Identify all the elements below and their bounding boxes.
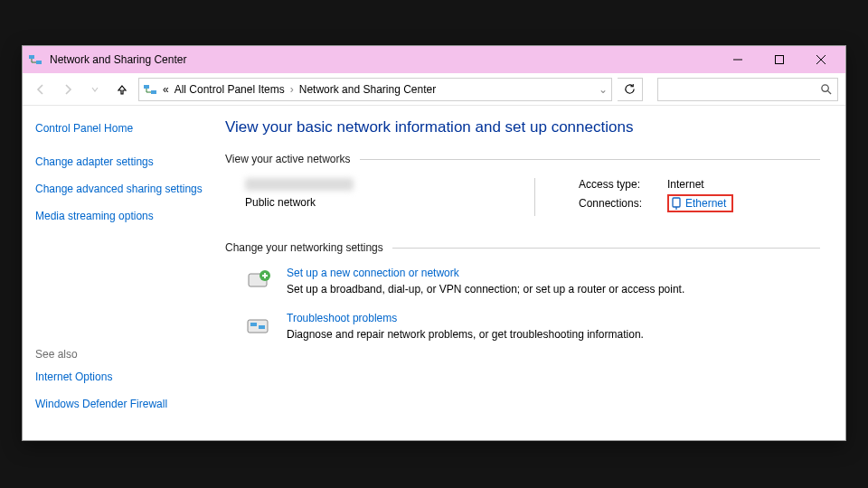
refresh-button[interactable] (618, 78, 643, 101)
ethernet-icon (671, 197, 682, 210)
network-center-icon (143, 82, 157, 97)
change-networking-settings-label: Change your networking settings (225, 241, 383, 254)
chevron-down-icon[interactable]: ⌄ (599, 83, 608, 96)
close-button[interactable] (800, 46, 842, 73)
minimize-button[interactable] (717, 46, 759, 73)
internet-options-link[interactable]: Internet Options (35, 370, 203, 384)
svg-rect-10 (673, 198, 680, 207)
svg-rect-0 (29, 55, 34, 59)
svg-rect-3 (776, 56, 784, 64)
see-also-label: See also (35, 348, 203, 361)
svg-rect-1 (36, 61, 42, 64)
address-bar[interactable]: « All Control Panel Items › Network and … (138, 78, 612, 101)
network-center-icon (28, 52, 42, 67)
setup-connection-icon (245, 267, 274, 296)
divider (392, 248, 820, 249)
titlebar: Network and Sharing Center (23, 46, 845, 73)
page-title: View your basic network information and … (225, 118, 820, 136)
control-panel-home-link[interactable]: Control Panel Home (35, 122, 203, 135)
breadcrumb-prefix: « (163, 83, 169, 96)
windows-defender-firewall-link[interactable]: Windows Defender Firewall (35, 397, 203, 411)
main-content: View your basic network information and … (216, 106, 845, 440)
sidebar: Control Panel Home Change adapter settin… (23, 106, 216, 440)
highlight-annotation: Ethernet (667, 194, 733, 212)
forward-button[interactable] (57, 79, 79, 100)
recent-locations-button[interactable] (84, 79, 106, 100)
troubleshoot-link[interactable]: Troubleshoot problems (287, 312, 644, 324)
navbar: « All Control Panel Items › Network and … (23, 73, 845, 106)
change-adapter-settings-link[interactable]: Change adapter settings (35, 155, 203, 169)
troubleshoot-desc: Diagnose and repair network problems, or… (287, 328, 644, 341)
breadcrumb-item[interactable]: All Control Panel Items (175, 83, 285, 96)
connections-label: Connections: (579, 197, 660, 210)
svg-rect-6 (144, 85, 149, 89)
setup-connection-desc: Set up a broadband, dial-up, or VPN conn… (287, 283, 684, 296)
setup-connection-link[interactable]: Set up a new connection or network (287, 267, 684, 279)
chevron-right-icon: › (290, 83, 294, 96)
window-title: Network and Sharing Center (50, 53, 717, 66)
breadcrumb-item[interactable]: Network and Sharing Center (299, 83, 436, 96)
search-icon (820, 83, 832, 95)
divider (360, 159, 820, 160)
troubleshoot-icon (245, 312, 274, 341)
svg-line-9 (827, 90, 831, 94)
svg-rect-16 (259, 325, 265, 329)
access-type-value: Internet (667, 178, 704, 191)
svg-point-8 (822, 85, 828, 91)
maximize-button[interactable] (759, 46, 800, 73)
svg-rect-7 (151, 90, 156, 94)
svg-rect-15 (250, 323, 257, 326)
up-button[interactable] (111, 79, 133, 100)
search-input[interactable] (657, 78, 838, 101)
back-button[interactable] (30, 79, 52, 100)
divider (534, 178, 535, 216)
network-name-redacted (245, 178, 354, 191)
ethernet-connection-link[interactable]: Ethernet (685, 197, 726, 210)
network-category: Public network (245, 196, 498, 209)
change-advanced-sharing-link[interactable]: Change advanced sharing settings (35, 182, 203, 196)
window: Network and Sharing Center (22, 45, 846, 441)
media-streaming-options-link[interactable]: Media streaming options (35, 209, 203, 223)
access-type-label: Access type: (579, 178, 660, 191)
active-networks-label: View your active networks (225, 153, 351, 165)
